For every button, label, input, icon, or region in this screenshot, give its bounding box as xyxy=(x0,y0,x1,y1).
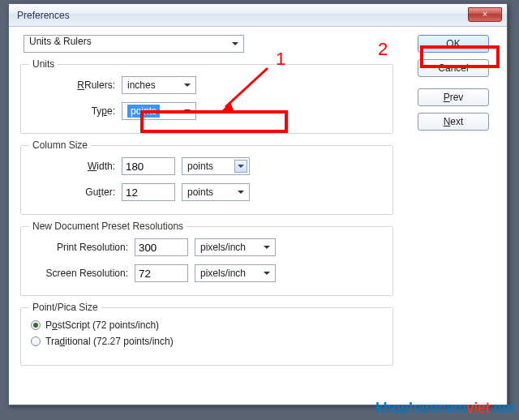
type-select[interactable]: points xyxy=(122,102,196,120)
print-res-label: Print Resolution: xyxy=(31,242,135,253)
units-legend: Units xyxy=(29,58,58,70)
category-select[interactable]: Units & Rulers xyxy=(24,35,244,53)
pointpica-fieldset: Point/Pica Size PostScript (72 points/in… xyxy=(20,307,393,366)
button-column: OK Cancel Prev Next xyxy=(418,35,495,137)
window-title: Preferences xyxy=(17,10,70,21)
dialog-content: Units & Rulers Units RRulers: inches Typ… xyxy=(9,27,507,374)
type-value: points xyxy=(127,105,160,118)
annotation-num-1: 1 xyxy=(276,49,285,70)
gutter-label: Gutter: xyxy=(31,186,122,198)
cancel-button[interactable]: Cancel xyxy=(418,59,489,77)
column-size-fieldset: Column Size Width: points Gutter: p xyxy=(20,145,393,215)
category-value: Units & Rulers xyxy=(29,36,92,47)
close-button[interactable]: × xyxy=(468,7,502,22)
chevron-down-icon xyxy=(260,241,273,254)
gutter-unit-select[interactable]: points xyxy=(182,183,250,201)
chevron-down-icon xyxy=(234,186,247,199)
width-unit-select[interactable]: points xyxy=(182,157,250,175)
print-res-unit-value: pixels/inch xyxy=(200,242,246,253)
width-unit-value: points xyxy=(187,161,213,172)
ok-button[interactable]: OK xyxy=(418,35,489,53)
postscript-radio[interactable]: PostScript (72 points/inch) xyxy=(31,319,383,331)
radio-icon xyxy=(31,320,41,330)
units-fieldset: Units RRulers: inches Type: points xyxy=(20,64,393,134)
next-button[interactable]: Next xyxy=(418,113,489,131)
watermark: khophanmemviet.net xyxy=(375,400,514,417)
width-label: Width: xyxy=(31,161,122,172)
rulers-value: inches xyxy=(127,79,156,91)
postscript-label: PostScript (72 points/inch) xyxy=(45,319,159,331)
traditional-radio[interactable]: Traditional (72.27 points/inch) xyxy=(31,336,383,347)
print-res-input[interactable] xyxy=(135,238,188,256)
rulers-label: RRulers: xyxy=(31,79,122,91)
gutter-unit-value: points xyxy=(187,186,213,198)
print-res-unit-select[interactable]: pixels/inch xyxy=(195,238,276,256)
type-label: Type: xyxy=(31,105,122,117)
pointpica-legend: Point/Pica Size xyxy=(29,302,101,313)
prev-button[interactable]: Prev xyxy=(418,88,489,106)
screen-res-unit-select[interactable]: pixels/inch xyxy=(195,264,276,282)
chevron-down-icon xyxy=(260,267,273,280)
chevron-down-icon xyxy=(181,105,194,118)
traditional-label: Traditional (72.27 points/inch) xyxy=(45,336,174,347)
screen-res-label: Screen Resolution: xyxy=(31,268,135,279)
annotation-num-2: 2 xyxy=(378,39,388,60)
preferences-dialog: Preferences × Units & Rulers Units RRule… xyxy=(8,3,508,405)
screen-res-unit-value: pixels/inch xyxy=(200,268,246,279)
screen-res-input[interactable] xyxy=(135,264,188,282)
rulers-select[interactable]: inches xyxy=(122,76,196,94)
gutter-input[interactable] xyxy=(122,183,175,201)
resolutions-fieldset: New Document Preset Resolutions Print Re… xyxy=(20,226,393,296)
chevron-down-icon xyxy=(181,79,194,92)
width-input[interactable] xyxy=(122,157,175,175)
resolutions-legend: New Document Preset Resolutions xyxy=(29,221,187,232)
chevron-down-icon xyxy=(234,160,247,173)
column-legend: Column Size xyxy=(29,139,91,151)
titlebar[interactable]: Preferences × xyxy=(9,4,507,27)
radio-icon xyxy=(31,336,41,346)
